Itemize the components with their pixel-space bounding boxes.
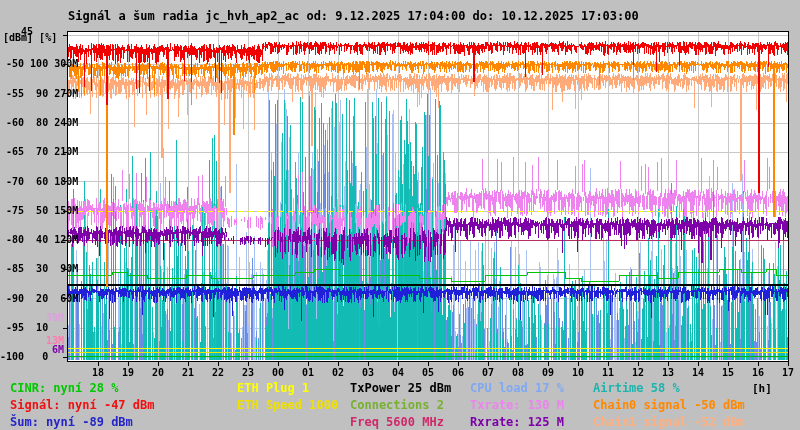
- y-axis-label: -75 50 150M: [0, 205, 64, 216]
- signal-noise-graph-canvas: [0, 0, 800, 430]
- legend-item: Šum: nyní -89 dBm: [10, 415, 133, 429]
- legend-item: Freq 5600 MHz: [350, 415, 444, 429]
- x-axis-hour-label: 06: [446, 367, 470, 378]
- x-axis-hour-label: 10: [566, 367, 590, 378]
- legend-item: CINR: nyní 28 %: [10, 381, 118, 395]
- legend-item: Rxrate: 125 M: [470, 415, 564, 429]
- y-axis-label: -90 20 60M: [0, 293, 64, 304]
- legend-item: Signál: nyní -47 dBm: [10, 398, 155, 412]
- y-axis-label: -50 100 300M: [0, 58, 64, 69]
- x-axis-hour-label: 19: [116, 367, 140, 378]
- x-axis-hour-label: 09: [536, 367, 560, 378]
- x-axis-hour-label: 16: [746, 367, 770, 378]
- x-axis-hour-label: 17: [776, 367, 800, 378]
- x-axis-hour-label: 14: [686, 367, 710, 378]
- x-axis-hour-label: 01: [296, 367, 320, 378]
- x-axis-hour-label: 11: [596, 367, 620, 378]
- legend-item: ETH Plug 1: [237, 381, 309, 395]
- x-axis-unit-label: [h]: [752, 382, 772, 395]
- x-axis-hour-label: 13: [656, 367, 680, 378]
- y-axis-top-tick-label: 45: [21, 26, 33, 37]
- y-axis-label: -70 60 180M: [0, 176, 64, 187]
- legend-item: ETH Speed 1000: [237, 398, 338, 412]
- legend-item: Airtime 58 %: [593, 381, 680, 395]
- y-axis-label: -65 70 210M: [0, 146, 64, 157]
- y-axis-label: -85 30 90M: [0, 263, 64, 274]
- y-axis-label: -95 10: [0, 322, 64, 333]
- y-axis-label: -55 90 270M: [0, 88, 64, 99]
- x-axis-hour-label: 20: [146, 367, 170, 378]
- x-axis-hour-label: 12: [626, 367, 650, 378]
- x-axis-hour-label: 21: [176, 367, 200, 378]
- x-axis-hour-label: 02: [326, 367, 350, 378]
- x-axis-hour-label: 00: [266, 367, 290, 378]
- x-axis-hour-label: 05: [416, 367, 440, 378]
- x-axis-hour-label: 03: [356, 367, 380, 378]
- y-axis-rate-marker: 39M: [0, 312, 64, 323]
- x-axis-hour-label: 07: [476, 367, 500, 378]
- legend-item: TxPower 25 dBm: [350, 381, 451, 395]
- legend-item: Txrate: 130 M: [470, 398, 564, 412]
- x-axis-hour-label: 18: [86, 367, 110, 378]
- x-axis-hour-label: 15: [716, 367, 740, 378]
- y-axis-label: -60 80 240M: [0, 117, 64, 128]
- legend-item: CPU load 17 %: [470, 381, 564, 395]
- legend-item: Chain0 signal -50 dBm: [593, 398, 745, 412]
- mrtg-signal-graph-page: { "title": "Signál a šum radia jc_hvh_ap…: [0, 0, 800, 430]
- x-axis-hour-label: 22: [206, 367, 230, 378]
- x-axis-hour-label: 04: [386, 367, 410, 378]
- y-axis-rate-marker: 6M: [0, 344, 64, 355]
- x-axis-hour-label: 23: [236, 367, 260, 378]
- legend-item: Chain1 signal -52 dBm: [593, 415, 745, 429]
- y-axis-label: -80 40 120M: [0, 234, 64, 245]
- graph-title: Signál a šum radia jc_hvh_ap2_ac od: 9.1…: [68, 9, 639, 23]
- x-axis-hour-label: 08: [506, 367, 530, 378]
- legend-item: Connections 2: [350, 398, 444, 412]
